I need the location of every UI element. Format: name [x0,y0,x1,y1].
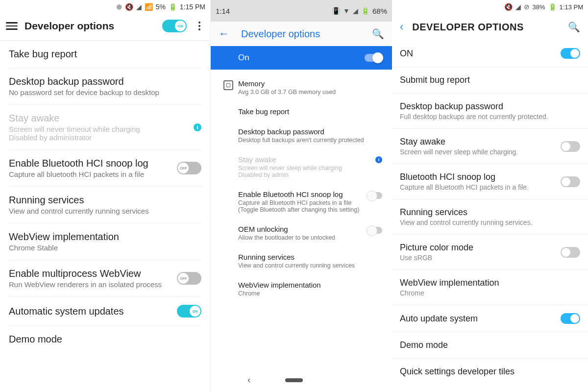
app-header: ‹ DEVELOPER OPTIONS 🔍 [392,14,588,40]
battery-pct: 68% [372,7,387,15]
settings-list: Submit bug report Desktop backup passwor… [392,67,588,385]
wifi-icon: ◢ [136,3,142,11]
phone-3: 🔇 ◢ ⊘ 38% 🔋 1:13 PM ‹ DEVELOPER OPTIONS … [392,0,588,392]
bt-hci-toggle[interactable]: OFF [177,162,201,174]
battery-icon: 🔋 [361,7,369,15]
item-memory[interactable]: Memory Avg 3.0 GB of 3.7 GB memory used [211,74,392,101]
bluetooth-icon: ⬢ [116,3,122,11]
vibrate-icon: 📳 [332,7,340,15]
toggle-label: ON [175,21,186,31]
item-desktop-backup[interactable]: Desktop backup password Desktop full bac… [211,122,392,149]
search-icon[interactable]: 🔍 [372,28,384,40]
oem-toggle[interactable] [368,227,382,234]
battery-icon: 🔋 [548,3,557,11]
item-stay-awake: Stay awake Screen will never timeout whi… [9,105,201,150]
auto-updates-toggle[interactable]: ON [177,305,201,318]
info-icon[interactable]: i [375,156,382,163]
nav-bar: ‹ [211,375,392,385]
page-title: DEVELOPER OPTIONS [412,22,568,33]
item-bt-hci[interactable]: Enable Bluetooth HCI snoop log Capture a… [211,184,392,219]
item-bt-hci[interactable]: Bluetooth HCI snoop log Capture all Blue… [392,164,588,199]
item-auto-update[interactable]: Auto update system [392,305,588,332]
item-demo-mode[interactable]: Demo mode [9,326,201,353]
item-webview-impl[interactable]: WebView implementation Chrome Stable [9,223,201,260]
settings-list: Memory Avg 3.0 GB of 3.7 GB memory used … [211,70,392,303]
item-webview-impl[interactable]: WebView implementation Chrome [392,270,588,305]
mp-webview-toggle[interactable]: OFF [177,272,201,285]
search-icon[interactable]: 🔍 [568,21,580,33]
master-toggle-row[interactable]: On [211,46,392,70]
phone-2: 1:14 📳 ▼ ◢ 🔋 68% ← Developer options 🔍 O… [211,0,392,392]
master-toggle-row[interactable]: ON [392,40,588,67]
page-title: Developer options [24,20,162,32]
item-running-services[interactable]: Running services View and control curren… [9,187,201,223]
clock: 1:13 PM [560,3,583,11]
item-picture-color[interactable]: Picture color mode Use sRGB [392,235,588,270]
overflow-icon[interactable] [195,22,204,30]
item-desktop-backup[interactable]: Desktop backup password No password set … [9,68,201,105]
wifi-icon: ▼ [343,7,350,15]
item-auto-updates[interactable]: Automatic system updates ON [9,297,201,326]
battery-pct: 38% [533,3,545,11]
item-webview-impl[interactable]: WebView implementation Chrome [211,275,392,303]
mute-icon: 🔇 [504,3,513,11]
mute-icon: 🔇 [125,3,133,11]
item-desktop-backup[interactable]: Desktop backup password Full desktop bac… [392,94,588,129]
item-stay-awake: Stay awake Screen will never sleep while… [211,149,392,184]
app-header: ← Developer options 🔍 [211,22,392,46]
auto-update-toggle[interactable] [561,313,580,324]
battery-pct: 5% [156,3,166,11]
signal-icon: ◢ [353,7,358,15]
item-stay-awake[interactable]: Stay awake Screen will never sleep while… [392,129,588,164]
chip-icon [219,79,238,90]
info-icon[interactable]: i [194,123,201,131]
item-bug-report[interactable]: Take bug report [211,101,392,122]
picture-color-toggle[interactable] [561,247,580,258]
item-demo-mode[interactable]: Demo mode [392,332,588,359]
bt-hci-toggle[interactable] [561,176,580,187]
no-sim-icon: ⊘ [524,3,530,11]
clock: 1:14 [216,7,230,15]
item-oem-unlock[interactable]: OEM unlocking Allow the bootloader to be… [211,219,392,247]
status-bar: 🔇 ◢ ⊘ 38% 🔋 1:13 PM [392,0,588,14]
battery-icon: 🔋 [169,3,177,11]
wifi-icon: ◢ [515,3,521,11]
settings-list: Take bug report Desktop backup password … [0,41,210,353]
stay-awake-toggle[interactable] [561,141,580,152]
status-bar: ⬢ 🔇 ◢ 📶 5% 🔋 1:15 PM [0,0,210,14]
item-bug-report[interactable]: Submit bug report [392,67,588,94]
item-mp-webview[interactable]: Enable multiprocess WebView Run WebView … [9,260,201,297]
master-toggle[interactable] [561,48,580,59]
back-icon[interactable]: ← [219,27,229,40]
bt-hci-toggle[interactable] [368,192,382,199]
app-header: Developer options ON [0,14,210,41]
master-toggle[interactable]: ON [162,20,187,32]
item-running-services[interactable]: Running services View and control curren… [211,247,392,275]
item-running-services[interactable]: Running services View and control curren… [392,199,588,235]
master-toggle[interactable] [365,54,382,62]
back-icon[interactable]: ‹ [400,21,403,33]
status-bar: 1:14 📳 ▼ ◢ 🔋 68% [211,0,392,22]
page-title: Developer options [241,28,372,40]
nav-back-icon[interactable]: ‹ [247,375,250,385]
signal-icon: 📶 [145,3,153,11]
item-bug-report[interactable]: Take bug report [9,41,201,68]
item-bt-hci[interactable]: Enable Bluetooth HCI snoop log Capture a… [9,150,201,187]
clock: 1:15 PM [180,3,205,11]
nav-home-icon[interactable] [285,378,303,382]
item-quick-tiles[interactable]: Quick settings developer tiles [392,359,588,385]
phone-1: ⬢ 🔇 ◢ 📶 5% 🔋 1:15 PM Developer options O… [0,0,211,392]
menu-icon[interactable] [6,22,18,30]
